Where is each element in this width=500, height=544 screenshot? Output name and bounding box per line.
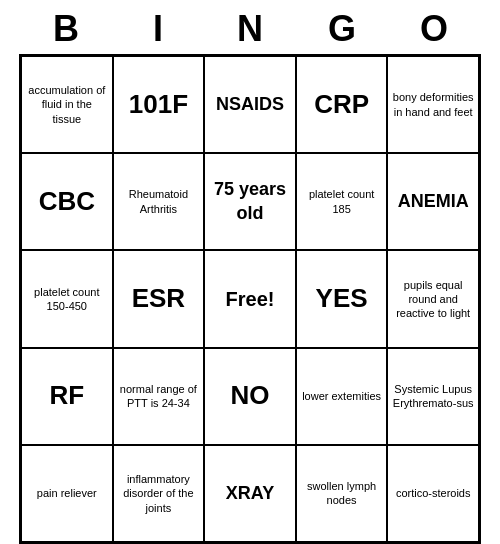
- cell-r1-c2: 75 years old: [204, 153, 296, 250]
- header-letter: G: [302, 8, 382, 50]
- cell-r1-c3: platelet count 185: [296, 153, 388, 250]
- cell-r2-c1: ESR: [113, 250, 205, 347]
- cell-r0-c2: NSAIDS: [204, 56, 296, 153]
- header-letter: B: [26, 8, 106, 50]
- cell-r0-c1: 101F: [113, 56, 205, 153]
- cell-r4-c1: inflammatory disorder of the joints: [113, 445, 205, 542]
- cell-r3-c0: RF: [21, 348, 113, 445]
- cell-r4-c4: cortico-steroids: [387, 445, 479, 542]
- cell-r0-c4: bony deformities in hand and feet: [387, 56, 479, 153]
- cell-r2-c4: pupils equal round and reactive to light: [387, 250, 479, 347]
- cell-r3-c1: normal range of PTT is 24-34: [113, 348, 205, 445]
- cell-r4-c3: swollen lymph nodes: [296, 445, 388, 542]
- cell-r3-c2: NO: [204, 348, 296, 445]
- cell-r3-c3: lower extemities: [296, 348, 388, 445]
- bingo-header: BINGO: [20, 0, 480, 54]
- cell-r2-c2: Free!: [204, 250, 296, 347]
- header-letter: N: [210, 8, 290, 50]
- cell-r1-c0: CBC: [21, 153, 113, 250]
- cell-r2-c3: YES: [296, 250, 388, 347]
- cell-r1-c1: Rheumatoid Arthritis: [113, 153, 205, 250]
- header-letter: O: [394, 8, 474, 50]
- cell-r3-c4: Systemic Lupus Erythremato-sus: [387, 348, 479, 445]
- cell-r4-c0: pain reliever: [21, 445, 113, 542]
- bingo-grid: accumulation of fluid in the tissue101FN…: [19, 54, 481, 544]
- cell-r4-c2: XRAY: [204, 445, 296, 542]
- cell-r1-c4: ANEMIA: [387, 153, 479, 250]
- cell-r2-c0: platelet count 150-450: [21, 250, 113, 347]
- cell-r0-c0: accumulation of fluid in the tissue: [21, 56, 113, 153]
- header-letter: I: [118, 8, 198, 50]
- cell-r0-c3: CRP: [296, 56, 388, 153]
